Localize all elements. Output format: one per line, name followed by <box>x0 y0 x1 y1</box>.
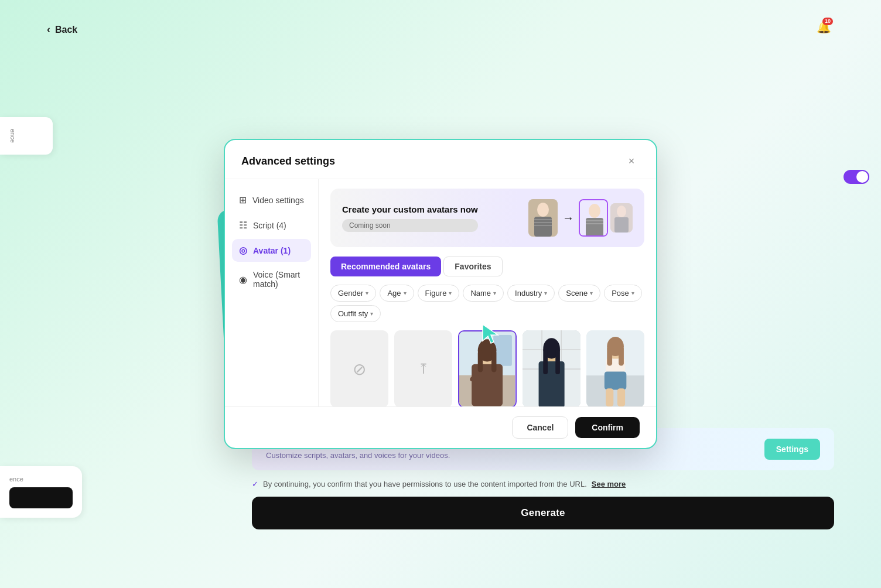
filter-name-arrow: ▾ <box>493 290 496 296</box>
sidebar-item-video-label: Video settings <box>252 196 304 205</box>
banner-avatars: → <box>528 199 633 237</box>
no-avatar-icon: ⊘ <box>330 330 388 406</box>
svg-point-1 <box>537 203 549 217</box>
filter-pose-arrow: ▾ <box>631 290 634 296</box>
svg-point-12 <box>617 206 626 217</box>
filter-name-label: Name <box>470 289 491 298</box>
filter-name[interactable]: Name ▾ <box>463 285 504 302</box>
avatar-card-lydia-img: 🔖 <box>458 330 516 406</box>
avatar-grid: ⊘ No avatar ⤒ Smart match <box>330 330 644 406</box>
svg-rect-18 <box>472 364 503 406</box>
voice-icon: ◉ <box>239 274 247 285</box>
filter-scene-arrow: ▾ <box>590 290 593 296</box>
filter-gender[interactable]: Gender ▾ <box>330 285 376 302</box>
svg-rect-21 <box>478 350 483 372</box>
filter-gender-arrow: ▾ <box>366 290 368 296</box>
banner-avatar-before <box>528 199 558 237</box>
svg-rect-13 <box>614 217 629 233</box>
banner-avatar-extra <box>610 203 633 233</box>
svg-rect-42 <box>607 347 612 366</box>
avatar-card-smart-match[interactable]: ⤒ Smart match <box>394 330 452 406</box>
filter-figure[interactable]: Figure ▾ <box>418 285 460 302</box>
smart-match-icon: ⤒ <box>394 330 452 406</box>
sidebar-item-voice[interactable]: ◉ Voice (Smart match) <box>232 264 311 295</box>
svg-rect-22 <box>491 350 496 372</box>
avatar-card-x-bedroom-img <box>523 330 580 406</box>
sidebar-item-avatar-label: Avatar (1) <box>253 246 291 255</box>
sidebar-item-avatar[interactable]: ◎ Avatar (1) <box>232 239 311 262</box>
tab-favorites[interactable]: Favorites <box>443 257 502 276</box>
banner-arrow-icon: → <box>562 211 574 225</box>
tab-recommended[interactable]: Recommended avatars <box>330 257 441 276</box>
avatar-card-smart-match-img: ⤒ <box>394 330 452 406</box>
avatar-icon: ◎ <box>239 245 247 256</box>
sidebar-item-video-settings[interactable]: ⊞ Video settings <box>232 189 311 211</box>
sidebar-item-script[interactable]: ☷ Script (4) <box>232 214 311 237</box>
coming-soon-badge: Coming soon <box>342 219 478 232</box>
avatar-card-x-bedroom[interactable]: x in a bedroom <box>523 330 580 406</box>
svg-rect-33 <box>555 348 560 374</box>
filter-industry[interactable]: Industry ▾ <box>507 285 555 302</box>
modal-title: Advanced settings <box>241 155 335 167</box>
filter-age[interactable]: Age ▾ <box>380 285 414 302</box>
svg-rect-32 <box>543 348 548 374</box>
cancel-button[interactable]: Cancel <box>512 416 568 439</box>
modal-footer: Cancel Confirm <box>225 406 656 448</box>
modal-header: Advanced settings × <box>225 140 656 179</box>
filter-figure-label: Figure <box>425 289 447 298</box>
modal-content: Create your custom avatars now Coming so… <box>319 179 656 406</box>
advanced-settings-modal: Advanced settings × ⊞ Video settings ☷ S… <box>224 139 657 449</box>
sidebar-item-voice-label: Voice (Smart match) <box>253 270 304 289</box>
filter-scene-label: Scene <box>566 289 588 298</box>
modal-sidebar: ⊞ Video settings ☷ Script (4) ◎ Avatar (… <box>225 179 319 406</box>
close-button[interactable]: × <box>623 153 640 169</box>
avatar-card-no-avatar-img: ⊘ <box>330 330 388 406</box>
banner-left: Create your custom avatars now Coming so… <box>342 204 478 232</box>
filter-row: Gender ▾ Age ▾ Figure ▾ Name ▾ <box>330 285 644 322</box>
modal-overlay: Advanced settings × ⊞ Video settings ☷ S… <box>0 0 881 588</box>
filter-age-label: Age <box>387 289 401 298</box>
script-icon: ☷ <box>239 220 247 231</box>
svg-rect-39 <box>606 388 613 406</box>
confirm-button[interactable]: Confirm <box>575 417 640 438</box>
filter-age-arrow: ▾ <box>404 290 407 296</box>
banner-title: Create your custom avatars now <box>342 204 478 214</box>
filter-outfit-arrow: ▾ <box>370 310 373 317</box>
filter-pose[interactable]: Pose ▾ <box>604 285 642 302</box>
filter-outfit[interactable]: Outfit sty ▾ <box>330 305 381 322</box>
avatar-banner: Create your custom avatars now Coming so… <box>330 189 644 247</box>
filter-gender-label: Gender <box>338 289 363 298</box>
filter-outfit-label: Outfit sty <box>338 309 368 318</box>
avatar-card-lydia[interactable]: 🔖 <box>458 330 516 406</box>
avatar-card-no-avatar[interactable]: ⊘ No avatar <box>330 330 388 406</box>
banner-avatar-after <box>579 199 608 237</box>
svg-rect-43 <box>619 347 624 366</box>
filter-scene[interactable]: Scene ▾ <box>558 285 600 302</box>
svg-rect-40 <box>617 388 625 406</box>
filter-industry-arrow: ▾ <box>544 290 547 296</box>
avatar-card-light[interactable] <box>586 330 644 406</box>
avatar-card-light-img <box>586 330 644 406</box>
avatar-tabs: Recommended avatars Favorites <box>330 257 644 276</box>
filter-pose-label: Pose <box>612 289 629 298</box>
filter-figure-arrow: ▾ <box>449 290 452 296</box>
sidebar-item-script-label: Script (4) <box>253 221 286 230</box>
video-settings-icon: ⊞ <box>239 194 247 206</box>
modal-body: ⊞ Video settings ☷ Script (4) ◎ Avatar (… <box>225 179 656 406</box>
svg-rect-30 <box>538 361 564 406</box>
svg-rect-38 <box>605 372 626 390</box>
filter-industry-label: Industry <box>515 289 542 298</box>
svg-point-7 <box>589 204 600 218</box>
